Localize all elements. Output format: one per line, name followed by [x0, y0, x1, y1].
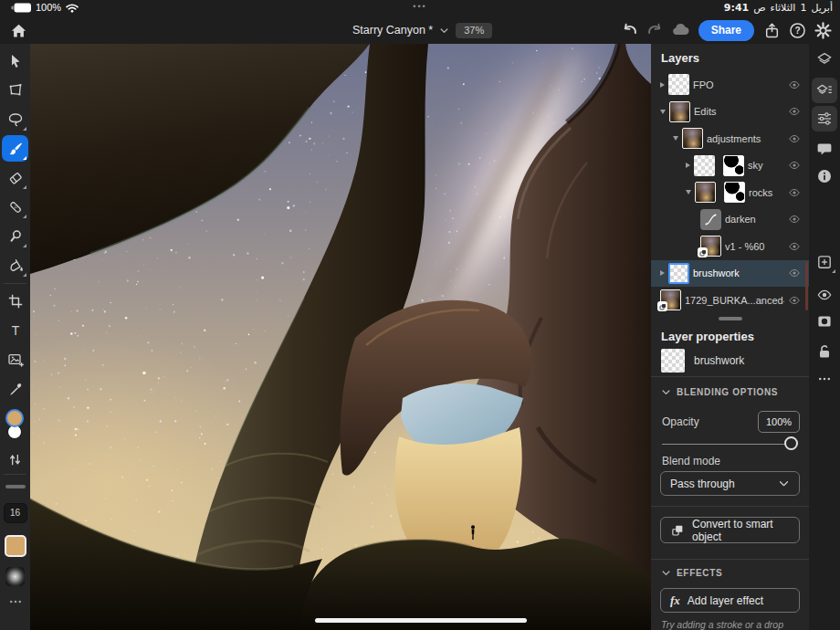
- opacity-value[interactable]: 100%: [758, 411, 800, 433]
- tool-options-more-icon[interactable]: [8, 594, 23, 609]
- convert-to-smart-object-button[interactable]: Convert to smart object: [660, 517, 800, 543]
- layers-view-icon[interactable]: [812, 47, 837, 72]
- help-button[interactable]: ?: [786, 19, 809, 41]
- layer-detail-view-icon[interactable]: [812, 78, 837, 103]
- blend-mode-dropdown[interactable]: Pass through: [660, 471, 800, 496]
- layer-thumbnail[interactable]: [668, 74, 689, 95]
- healing-brush-tool[interactable]: [0, 193, 30, 222]
- layer-thumbnail[interactable]: [660, 289, 681, 310]
- layer-visibility-toggle[interactable]: [788, 105, 801, 118]
- layer-visibility-toggle[interactable]: [788, 79, 801, 91]
- layer-name[interactable]: darken: [725, 214, 784, 225]
- disclosure-triangle[interactable]: [686, 163, 690, 168]
- background-color-swatch[interactable]: [7, 425, 22, 439]
- cloud-sync-icon[interactable]: [669, 19, 692, 41]
- brush-size-indicator[interactable]: 16: [4, 503, 27, 523]
- add-layer-icon[interactable]: [812, 249, 837, 275]
- foreground-color-swatch[interactable]: [7, 411, 22, 425]
- disclosure-triangle[interactable]: [686, 190, 691, 194]
- layer-thumbnail[interactable]: [669, 101, 690, 122]
- brush-preview[interactable]: [5, 567, 25, 586]
- layer-thumbnail[interactable]: [700, 236, 721, 257]
- layer-row[interactable]: brushwork: [651, 260, 809, 288]
- share-button[interactable]: Share: [698, 20, 754, 41]
- layer-name[interactable]: sky: [748, 160, 784, 171]
- layer-name[interactable]: adjustments: [707, 133, 784, 144]
- slider-knob[interactable]: [784, 436, 798, 450]
- panel-drag-handle[interactable]: [719, 317, 742, 320]
- document-header[interactable]: Starry Canyon * 37%: [352, 19, 492, 41]
- layer-row[interactable]: Edits: [651, 99, 809, 126]
- export-button[interactable]: [761, 19, 783, 41]
- layer-name[interactable]: v1 - %60: [725, 241, 784, 252]
- zoom-level-badge[interactable]: 37%: [456, 23, 492, 38]
- place-photo-tool[interactable]: [0, 345, 30, 374]
- layer-visibility-toggle[interactable]: [788, 213, 801, 226]
- fill-tool[interactable]: [0, 251, 30, 280]
- layer-mask-thumbnail[interactable]: [723, 155, 744, 176]
- dodge-tool[interactable]: [0, 222, 30, 251]
- document-title[interactable]: Starry Canyon *: [352, 24, 433, 37]
- properties-view-icon[interactable]: [812, 106, 837, 131]
- layer-visibility-toggle[interactable]: [788, 240, 801, 253]
- more-options-icon[interactable]: [812, 366, 837, 392]
- color-swatches[interactable]: [0, 409, 30, 447]
- info-icon[interactable]: [812, 163, 837, 189]
- layer-thumbnail[interactable]: [700, 209, 721, 230]
- undo-button[interactable]: [618, 19, 641, 41]
- swap-colors-icon[interactable]: [0, 447, 30, 471]
- layer-visibility-toggle[interactable]: [788, 267, 801, 279]
- layer-thumbnail[interactable]: [694, 155, 715, 176]
- lasso-select-tool[interactable]: [0, 105, 30, 134]
- brush-color-chip[interactable]: [5, 535, 26, 557]
- layer-name[interactable]: 1729_BURKA...anced-NR33: [685, 295, 784, 306]
- options-drag-handle[interactable]: [5, 485, 26, 488]
- canvas-image[interactable]: [30, 44, 651, 630]
- disclosure-triangle[interactable]: [673, 136, 678, 141]
- layer-thumbnail[interactable]: [695, 182, 716, 203]
- layer-mask-icon[interactable]: [812, 309, 837, 334]
- home-indicator[interactable]: [315, 618, 527, 623]
- crop-tool[interactable]: [0, 287, 30, 316]
- disclosure-triangle[interactable]: [660, 270, 665, 276]
- eraser-tool[interactable]: [0, 163, 30, 193]
- layer-thumbnail[interactable]: [682, 128, 703, 149]
- layer-row[interactable]: darken: [651, 206, 809, 234]
- layer-name[interactable]: rocks: [749, 187, 784, 198]
- layer-visibility-toggle[interactable]: [788, 186, 801, 199]
- layer-row[interactable]: adjustments: [651, 125, 809, 152]
- type-tool[interactable]: T: [0, 316, 30, 345]
- layer-visibility-toggle[interactable]: [788, 132, 801, 145]
- settings-button[interactable]: [812, 19, 835, 41]
- multitask-dots[interactable]: •••: [0, 2, 840, 11]
- brush-tool[interactable]: [0, 134, 30, 163]
- layer-row[interactable]: v1 - %60: [651, 233, 809, 260]
- layer-visibility-toggle[interactable]: [788, 294, 801, 307]
- scrollbar[interactable]: [805, 261, 808, 310]
- effects-header[interactable]: EFFECTS: [661, 568, 722, 578]
- slider-track[interactable]: [662, 444, 798, 446]
- eyedropper-tool[interactable]: [0, 374, 30, 404]
- layer-name[interactable]: FPO: [693, 79, 784, 90]
- move-tool[interactable]: [0, 47, 30, 76]
- layer-visibility-icon[interactable]: [812, 282, 837, 308]
- comments-icon[interactable]: [812, 136, 837, 162]
- layer-name[interactable]: brushwork: [693, 268, 784, 278]
- layer-row[interactable]: rocks: [651, 179, 809, 206]
- blending-options-header[interactable]: BLENDING OPTIONS: [661, 387, 778, 397]
- layer-row[interactable]: 1729_BURKA...anced-NR33: [651, 287, 809, 314]
- lock-icon[interactable]: [812, 339, 837, 364]
- opacity-slider[interactable]: [662, 436, 798, 451]
- canvas-area[interactable]: [30, 44, 651, 630]
- layer-name[interactable]: Edits: [694, 106, 784, 117]
- layer-visibility-toggle[interactable]: [788, 159, 801, 172]
- home-button[interactable]: [7, 19, 29, 41]
- disclosure-triangle[interactable]: [660, 110, 666, 114]
- layer-thumbnail[interactable]: [668, 263, 689, 284]
- disclosure-triangle[interactable]: [660, 82, 665, 88]
- redo-button[interactable]: [644, 19, 667, 41]
- add-layer-effect-button[interactable]: fx Add layer effect: [660, 588, 800, 613]
- transform-tool[interactable]: [0, 76, 30, 105]
- layer-mask-thumbnail[interactable]: [724, 182, 745, 203]
- layer-row[interactable]: FPO: [651, 71, 809, 99]
